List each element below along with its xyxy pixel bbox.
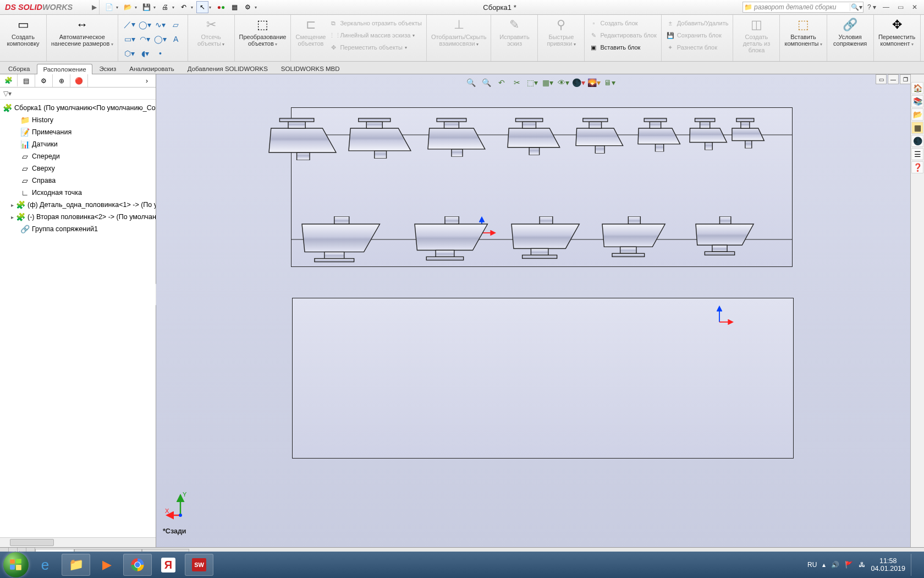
scene-icon[interactable]: 🌄▾ <box>587 77 601 89</box>
add-remove-button[interactable]: ±Добавить/Удалить <box>666 17 729 29</box>
arc-tool[interactable]: ◠▾ <box>138 32 152 46</box>
view-orient-icon[interactable]: ⬚▾ <box>525 77 540 89</box>
tree-item[interactable]: ▱Спереди <box>0 150 156 162</box>
show-desktop[interactable] <box>911 554 916 576</box>
repair-sketch-button[interactable]: ✎Исправитьэскиз <box>491 15 538 61</box>
search-icon[interactable]: 🔍▾ <box>850 3 863 11</box>
open-button[interactable]: 📂 <box>122 1 134 13</box>
panel-expand[interactable]: › <box>138 74 156 87</box>
zoom-fit-icon[interactable]: 🔍 <box>464 77 478 89</box>
tree-item[interactable]: 📁History <box>0 114 156 126</box>
filter-bar[interactable]: ▽▾ <box>0 88 156 100</box>
tree-item[interactable]: 📊Датчики <box>0 138 156 150</box>
quick-snap-button[interactable]: ⚲Быстрыепривязки <box>538 15 585 61</box>
mate-button[interactable]: 🔗Условиясопряжения <box>827 15 874 61</box>
print-button[interactable]: 🖨 <box>159 1 171 13</box>
mdi-restore[interactable]: ❐ <box>900 74 911 84</box>
edit-block-button[interactable]: ✎Редактировать блок <box>589 29 656 41</box>
close-button[interactable]: ✕ <box>909 1 921 13</box>
section-icon[interactable]: ✂ <box>510 77 524 89</box>
appearance-icon[interactable]: 🌑▾ <box>571 77 586 89</box>
expand-menu-button[interactable]: ▶ <box>89 0 99 14</box>
start-button[interactable] <box>3 552 29 577</box>
settings-button[interactable]: ⚙ <box>241 1 254 13</box>
taskbar-chrome[interactable] <box>123 554 152 576</box>
line-tool[interactable]: ／▾ <box>123 18 137 31</box>
config-tab[interactable]: ⚙ <box>35 74 53 87</box>
linear-pattern-button[interactable]: ⋮⋮Линейный массив эскиза <box>329 29 421 41</box>
tree-root[interactable]: 🧩Сборка1 (По умолчанию<По умолчанию_Со <box>0 102 156 114</box>
rect-tool[interactable]: ▭▾ <box>123 32 137 46</box>
plane-tool[interactable]: ▱ <box>169 18 183 31</box>
trim-button[interactable]: ✂Отсечьобъекты <box>188 15 235 61</box>
mirror-button[interactable]: ⧉Зеркально отразить объекты <box>329 17 421 29</box>
search-input[interactable] <box>753 3 850 11</box>
tray-network-icon[interactable]: 🖧 <box>859 561 865 569</box>
save-button[interactable]: 💾 <box>140 1 152 13</box>
tab-addins[interactable]: Добавления SOLIDWORKS <box>182 63 274 74</box>
tray-lang[interactable]: RU <box>807 561 817 569</box>
insert-block-button[interactable]: ▣Вставить блок <box>589 41 656 53</box>
new-button[interactable]: 📄 <box>103 1 115 13</box>
tree-item[interactable]: 🔗Группа сопряжений1 <box>0 223 156 235</box>
tray-flag-icon[interactable]: 🚩 <box>845 561 853 569</box>
insert-components-button[interactable]: ⬚Вставитькомпоненты <box>780 15 827 61</box>
feature-tree[interactable]: 🧩Сборка1 (По умолчанию<По умолчанию_Со 📁… <box>0 100 156 537</box>
file-explorer-icon[interactable]: 📂 <box>911 108 923 121</box>
property-tab[interactable]: ▤ <box>18 74 35 87</box>
custom-props-icon[interactable]: ☰ <box>911 148 923 160</box>
hide-show-icon[interactable]: 👁▾ <box>556 77 570 89</box>
maximize-button[interactable]: ▭ <box>894 1 906 13</box>
help-button[interactable]: ? ▾ <box>866 1 878 13</box>
save-block-button[interactable]: 💾Сохранить блок <box>666 29 729 41</box>
circle-tool[interactable]: ◯▾ <box>138 18 152 31</box>
tree-item[interactable]: ∟Исходная точка <box>0 187 156 199</box>
slot-tool[interactable]: ◖▾ <box>138 47 152 60</box>
tree-item[interactable]: ▱Сверху <box>0 162 156 175</box>
point-tool[interactable]: • <box>153 47 168 60</box>
move-entities-button[interactable]: ✥Переместить объекты <box>329 41 421 53</box>
polygon-tool[interactable]: ⬡▾ <box>123 47 137 60</box>
taskbar-ie[interactable]: e <box>31 554 59 576</box>
taskbar-solidworks[interactable]: SW <box>185 554 213 576</box>
mdi-cascade[interactable]: ▭ <box>876 74 887 84</box>
taskbar-explorer[interactable]: 📁 <box>62 554 90 576</box>
prev-view-icon[interactable]: ↶ <box>494 77 509 89</box>
tray-volume-icon[interactable]: 🔊 <box>831 561 839 569</box>
forum-icon[interactable]: ❓ <box>911 161 923 173</box>
explode-block-button[interactable]: ✦Разнести блок <box>666 41 729 53</box>
undo-button[interactable]: ↶ <box>178 1 190 13</box>
tab-sketch[interactable]: Эскиз <box>94 63 123 74</box>
text-tool[interactable]: A <box>169 32 183 46</box>
search-box[interactable]: 📁 🔍▾ <box>743 2 864 13</box>
tree-item[interactable]: 📝Примечания <box>0 126 156 138</box>
rebuild-button[interactable]: ●● <box>215 1 227 13</box>
tree-item[interactable]: ▸🧩(-) Вторая половинка<2> -> (По умолчан <box>0 211 156 223</box>
tab-assembly[interactable]: Сборка <box>2 63 36 74</box>
spline-tool[interactable]: ∿▾ <box>153 18 168 31</box>
tab-layout[interactable]: Расположение <box>37 64 92 74</box>
render-icon[interactable]: 🖥▾ <box>602 77 617 89</box>
view-triad[interactable]: Y X <box>165 490 198 523</box>
tray-clock[interactable]: 11:5804.01.2019 <box>871 557 905 572</box>
move-component-button[interactable]: ✥Переместитькомпонент <box>874 15 921 61</box>
display-tab[interactable]: 🔴 <box>70 74 88 87</box>
feature-tree-tab[interactable]: 🧩 <box>0 74 18 87</box>
taskbar-media[interactable]: ▶ <box>92 554 121 576</box>
display-style-icon[interactable]: ▦▾ <box>541 77 555 89</box>
tab-evaluate[interactable]: Анализировать <box>123 63 180 74</box>
select-button[interactable]: ↖ <box>196 1 208 13</box>
design-lib-icon[interactable]: 📚 <box>911 95 923 107</box>
make-part-button[interactable]: ◫Создатьдеталь изблока <box>733 15 780 61</box>
convert-entities-button[interactable]: ⬚Преобразованиеобъектов <box>235 15 292 61</box>
create-block-button[interactable]: ▫Создать блок <box>589 17 656 29</box>
taskbar-yandex[interactable]: Я <box>154 554 183 576</box>
show-hide-relations-button[interactable]: ⊥Отобразить/Скрытьвзаимосвязи <box>427 15 492 61</box>
tree-item[interactable]: ▸🧩(ф) Деталь_одна_половинка<1> -> (По ум <box>0 199 156 211</box>
tab-mbd[interactable]: SOLIDWORKS MBD <box>275 63 346 74</box>
resources-icon[interactable]: 🏠 <box>911 82 923 94</box>
graphics-viewport[interactable]: 🔍 🔍 ↶ ✂ ⬚▾ ▦▾ 👁▾ 🌑▾ 🌄▾ 🖥▾ ▭ — ❐ ✕ <box>156 74 924 547</box>
options-button[interactable]: ▦ <box>228 1 240 13</box>
zoom-area-icon[interactable]: 🔍 <box>479 77 493 89</box>
auto-dimension-button[interactable]: ↔Автоматическоенанесение размеров <box>47 15 118 61</box>
